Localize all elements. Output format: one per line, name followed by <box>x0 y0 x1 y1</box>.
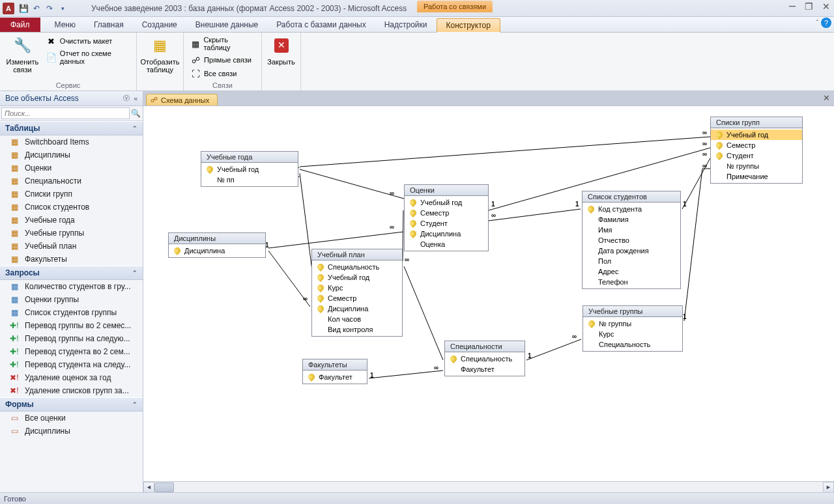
table-field[interactable]: Дисциплина <box>169 245 265 256</box>
nav-category-tables[interactable]: Таблицы⌃ <box>0 121 143 135</box>
table-field[interactable]: Специальность <box>312 262 402 272</box>
nav-item-table[interactable]: ▦Дисциплины <box>0 148 143 161</box>
table-field[interactable]: Дисциплина <box>405 229 488 239</box>
tab-addins[interactable]: Надстройки <box>375 18 437 32</box>
table-field[interactable]: Студент <box>711 150 802 161</box>
table-field[interactable]: Учебный год <box>312 272 402 283</box>
table-field[interactable]: Специальность <box>583 339 682 350</box>
table-field[interactable]: Факультет <box>445 364 525 374</box>
table-field[interactable]: Дисциплина <box>312 303 402 314</box>
edit-relationships-button[interactable]: 🔧 Изменить связи <box>5 35 40 74</box>
relationships-canvas[interactable]: 1 ∞ 1 ∞ ∞ ∞ ∞ ∞ 1 ∞ ∞ ∞ 1 ∞ 1 ∞ 1 ∞ 1 1 <box>143 105 834 481</box>
table-node-specialties[interactable]: Специальности СпециальностьФакультет <box>444 341 525 376</box>
nav-item-table[interactable]: ▦Факультеты <box>0 253 143 266</box>
tab-menu[interactable]: Меню <box>46 18 85 32</box>
nav-item-table[interactable]: ▦Учебные группы <box>0 227 143 240</box>
restore-icon[interactable]: ❐ <box>805 1 813 15</box>
nav-item-form[interactable]: ▭Все оценки <box>0 412 143 425</box>
table-field[interactable]: Учебный год <box>405 197 488 208</box>
scroll-thumb[interactable] <box>154 483 174 492</box>
table-field[interactable]: № группы <box>711 161 802 171</box>
table-field[interactable]: Телефон <box>582 277 680 287</box>
table-field[interactable]: Фамилия <box>582 214 680 225</box>
relationship-report-button[interactable]: 📄Отчет по схеме данных <box>45 49 131 66</box>
table-node-faculties[interactable]: Факультеты Факультет <box>302 359 367 384</box>
table-field[interactable]: Семестр <box>711 140 802 150</box>
nav-menu-dropdown-icon[interactable]: ⓥ <box>123 94 130 103</box>
table-node-groups[interactable]: Учебные группы № группыКурсСпециальность <box>582 305 683 352</box>
table-field[interactable]: Курс <box>583 329 682 339</box>
table-node-disciplines[interactable]: Дисциплины Дисциплина <box>168 232 266 258</box>
minimize-icon[interactable]: – <box>789 0 796 12</box>
collapse-ribbon-icon[interactable]: ˆ <box>816 20 818 27</box>
tab-external-data[interactable]: Внешние данные <box>186 18 268 32</box>
tab-file[interactable]: Файл <box>0 18 40 32</box>
horizontal-scrollbar[interactable]: ◄ ► <box>143 481 834 492</box>
table-field[interactable]: Учебный год <box>711 130 802 140</box>
save-icon[interactable]: 💾 <box>18 3 29 14</box>
nav-item-query[interactable]: ✚!Перевод студента на следу... <box>0 358 143 371</box>
table-node-students[interactable]: Список студентов Код студентаФамилияИмяО… <box>582 191 681 289</box>
document-close-icon[interactable]: ✕ <box>823 93 830 103</box>
table-field[interactable]: Код студента <box>582 204 680 214</box>
table-field[interactable]: Учебный год <box>201 164 298 175</box>
close-window-icon[interactable]: ✕ <box>822 1 830 15</box>
table-field[interactable]: Отчество <box>582 235 680 245</box>
nav-item-query[interactable]: ✚!Перевод группы на следую... <box>0 332 143 345</box>
search-icon[interactable]: 🔍 <box>130 107 141 119</box>
nav-item-query[interactable]: ▦Оценки группы <box>0 293 143 306</box>
clear-layout-button[interactable]: ✖Очистить макет <box>45 35 131 47</box>
direct-relationships-button[interactable]: ☍Прямые связи <box>189 54 256 66</box>
table-field[interactable]: Вид контроля <box>312 324 402 335</box>
table-node-plan[interactable]: Учебный план СпециальностьУчебный годКур… <box>311 249 403 337</box>
nav-item-table[interactable]: ▦Switchboard Items <box>0 135 143 148</box>
scroll-left-icon[interactable]: ◄ <box>143 482 154 493</box>
tab-design[interactable]: Конструктор <box>437 18 500 33</box>
all-relationships-button[interactable]: ⛶Все связи <box>189 68 256 79</box>
nav-item-query[interactable]: ▦Количество студентов в гру... <box>0 280 143 293</box>
hide-table-button[interactable]: ▦Скрыть таблицу <box>189 35 256 52</box>
nav-item-query[interactable]: ✖!Удаление списков групп за... <box>0 384 143 397</box>
document-tab-schema[interactable]: ☍ Схема данных <box>146 94 218 105</box>
help-icon[interactable]: ? <box>821 18 831 28</box>
nav-item-table[interactable]: ▦Оценки <box>0 161 143 175</box>
nav-item-query[interactable]: ▦Список студентов группы <box>0 306 143 319</box>
nav-item-table[interactable]: ▦Специальности <box>0 175 143 188</box>
nav-item-query[interactable]: ✚!Перевод студента во 2 сем... <box>0 345 143 358</box>
show-table-button[interactable]: ▦ Отобразить таблицу <box>141 35 179 74</box>
table-field[interactable]: Примечание <box>711 171 802 182</box>
tab-create[interactable]: Создание <box>133 18 186 32</box>
nav-item-table[interactable]: ▦Учебный план <box>0 240 143 253</box>
nav-item-form[interactable]: ▭Дисциплины <box>0 425 143 438</box>
table-field[interactable]: Дата рождения <box>582 245 680 256</box>
undo-icon[interactable]: ↶ <box>31 3 42 14</box>
search-input[interactable] <box>1 107 130 119</box>
table-field[interactable]: Семестр <box>312 293 402 303</box>
table-field[interactable]: Студент <box>405 218 488 229</box>
tab-database-tools[interactable]: Работа с базами данных <box>267 18 375 32</box>
table-field[interactable]: Адрес <box>582 266 680 277</box>
close-button[interactable]: ✕ Закрыть <box>263 35 300 66</box>
scroll-right-icon[interactable]: ► <box>823 482 834 493</box>
table-field[interactable]: Кол часов <box>312 314 402 324</box>
table-field[interactable]: Факультет <box>303 372 367 382</box>
table-field[interactable]: Курс <box>312 283 402 293</box>
table-node-group-lists[interactable]: Списки групп Учебный годСеместрСтудент№ … <box>710 117 803 184</box>
nav-item-table[interactable]: ▦Учебные года <box>0 214 143 227</box>
table-field[interactable]: № группы <box>583 318 682 329</box>
table-field[interactable]: № пп <box>201 175 298 185</box>
table-node-years[interactable]: Учебные года Учебный год№ пп <box>201 151 298 187</box>
table-field[interactable]: Оценка <box>405 239 488 249</box>
nav-item-table[interactable]: ▦Списки групп <box>0 188 143 201</box>
qat-customize-icon[interactable]: ▾ <box>57 3 68 14</box>
nav-category-queries[interactable]: Запросы⌃ <box>0 266 143 280</box>
nav-item-table[interactable]: ▦Список студентов <box>0 201 143 214</box>
nav-category-forms[interactable]: Формы⌃ <box>0 397 143 412</box>
table-field[interactable]: Имя <box>582 225 680 235</box>
tab-home[interactable]: Главная <box>85 18 133 32</box>
nav-collapse-icon[interactable]: « <box>134 95 137 102</box>
table-node-grades[interactable]: Оценки Учебный годСеместрСтудентДисципли… <box>404 184 489 251</box>
table-field[interactable]: Пол <box>582 256 680 266</box>
redo-icon[interactable]: ↷ <box>44 3 55 14</box>
nav-item-query[interactable]: ✚!Перевод группы во 2 семес... <box>0 319 143 332</box>
